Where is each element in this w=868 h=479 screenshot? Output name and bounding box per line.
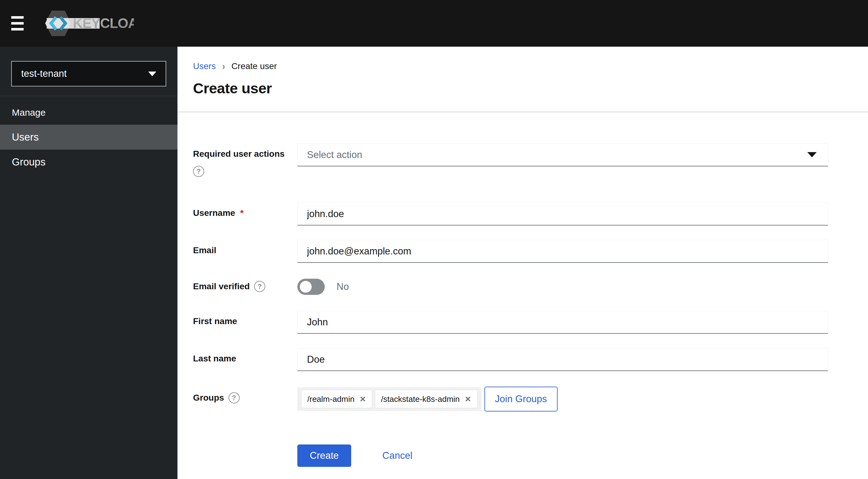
sidebar-nav: Users Groups [0,125,178,174]
email-verified-label: Email verified [193,281,250,292]
required-indicator: * [240,208,244,218]
form-actions: Create Cancel [297,444,868,479]
email-label: Email [193,245,216,255]
main-content: Users › Create user Create user Required… [178,47,868,479]
required-user-actions-select[interactable]: Select action [297,143,828,166]
email-verified-toggle[interactable] [297,279,325,295]
groups-row: Groups ? /realm-admin ✕ /stackstate-k8s-… [193,387,868,411]
email-verified-row: Email verified ? No [193,275,868,298]
realm-selector[interactable]: test-tenant [11,61,166,87]
breadcrumb-link-users[interactable]: Users [193,61,216,71]
last-name-field[interactable] [297,348,828,371]
remove-chip-icon[interactable]: ✕ [465,395,471,403]
first-name-field[interactable] [297,311,828,334]
help-icon[interactable]: ? [193,166,204,177]
realm-selector-value: test-tenant [21,68,67,79]
sidebar-section-manage: Manage [0,96,178,118]
required-user-actions-placeholder: Select action [307,149,362,161]
email-row: Email [193,240,868,263]
hamburger-menu-icon[interactable] [11,16,29,31]
help-icon[interactable]: ? [228,392,240,403]
groups-label: Groups [193,393,224,403]
group-chip: /stackstate-k8s-admin ✕ [375,390,477,408]
group-chip-label: /stackstate-k8s-admin [381,395,460,404]
sidebar-item-groups[interactable]: Groups [0,149,178,174]
required-user-actions-label: Required user actions [193,149,284,159]
keycloak-logo: KEYCLOAK [43,8,134,38]
help-icon[interactable]: ? [254,281,265,292]
username-row: Username * [193,203,868,226]
username-field[interactable] [297,203,828,226]
top-bar: KEYCLOAK [0,0,868,47]
breadcrumb-current: Create user [231,61,277,71]
last-name-row: Last name [193,348,868,371]
username-label: Username [193,208,235,218]
required-user-actions-label-col: Required user actions ? [193,143,297,177]
cancel-link[interactable]: Cancel [382,450,412,461]
first-name-row: First name [193,311,868,334]
create-button[interactable]: Create [297,444,351,467]
sidebar: test-tenant Manage Users Groups [0,47,178,479]
chevron-down-icon [148,72,156,76]
page-title: Create user [193,80,868,97]
group-chip-label: /realm-admin [307,395,354,404]
title-divider [178,112,868,112]
keycloak-logo-icon: KEYCLOAK [43,8,134,38]
groups-chip-area: /realm-admin ✕ /stackstate-k8s-admin ✕ [297,387,481,411]
remove-chip-icon[interactable]: ✕ [360,395,366,403]
breadcrumb: Users › Create user [193,47,868,72]
keycloak-logo-text: KEYCLOAK [73,15,134,31]
required-user-actions-row: Required user actions ? Select action [193,143,868,177]
email-field[interactable] [297,240,828,263]
toggle-knob [300,281,312,293]
breadcrumb-chevron-icon: › [222,60,225,72]
sidebar-item-users[interactable]: Users [0,125,178,149]
join-groups-button[interactable]: Join Groups [485,387,558,411]
first-name-label: First name [193,316,237,326]
create-user-form: Required user actions ? Select action Us… [193,143,868,479]
last-name-label: Last name [193,354,236,364]
email-verified-state: No [337,281,349,293]
group-chip: /realm-admin ✕ [302,390,372,408]
chevron-down-icon [807,152,817,158]
